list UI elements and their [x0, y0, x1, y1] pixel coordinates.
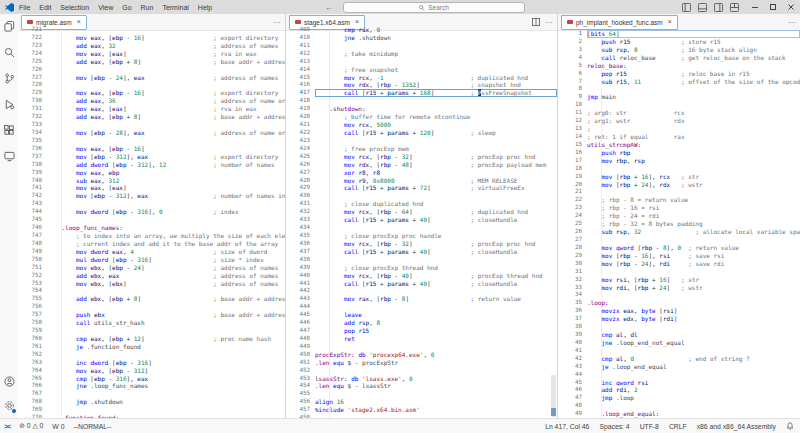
line-content[interactable] — [587, 101, 800, 109]
code-line-37[interactable]: 37 movzx edx, byte [rdi] — [558, 315, 800, 323]
line-content[interactable] — [587, 165, 800, 173]
code-line-416[interactable]: 416 mov rdx, [rbp - 1352] ; snapshot hnd — [286, 81, 557, 89]
line-number[interactable]: 755 — [18, 295, 47, 303]
code-line-413[interactable]: 413 — [286, 58, 557, 66]
code-line-448[interactable]: 448 ret — [286, 335, 557, 343]
line-number[interactable]: 21 — [558, 188, 587, 196]
line-content[interactable] — [47, 351, 285, 359]
line-number[interactable]: 727 — [18, 74, 47, 82]
line-content[interactable]: reloc_base: — [587, 62, 800, 70]
line-number[interactable]: 732 — [18, 113, 47, 121]
code-line-20[interactable]: 20 mov [rbp + 24], rdx ; wstr — [558, 181, 800, 189]
line-number[interactable]: 28 — [558, 244, 587, 252]
code-line-726[interactable]: 726 — [18, 66, 285, 74]
line-content[interactable]: mov eax, [eax] — [47, 184, 285, 192]
code-line-19[interactable]: 19 mov [rbp + 16], rcx ; str — [558, 173, 800, 181]
line-number[interactable]: 729 — [18, 89, 47, 97]
line-number[interactable]: 456 — [286, 398, 315, 406]
code-line-754[interactable]: 754 — [18, 287, 285, 295]
line-content[interactable]: ; close duplicated hnd — [315, 200, 557, 208]
code-line-737[interactable]: 737 mov [ebp - 312], eax ; export direct… — [18, 153, 285, 161]
line-number[interactable]: 746 — [18, 224, 47, 232]
line-content[interactable]: .loop_func_names: — [47, 224, 285, 232]
language-mode[interactable]: x86 and x86_64 Assembly — [697, 423, 776, 430]
menu-selection[interactable]: Selection — [60, 4, 89, 11]
line-content[interactable]: lsassStr: db 'lsass.exe', 0 — [315, 375, 557, 383]
code-line-35[interactable]: 35.loop: — [558, 299, 800, 307]
line-content[interactable]: cmp [ebp - 316], eax — [47, 375, 285, 383]
line-content[interactable]: add rsp, 8 — [315, 319, 557, 327]
code-line-412[interactable]: 412 ; take minidump — [286, 50, 557, 58]
tab-close-icon[interactable]: × — [77, 19, 81, 25]
code-line-32[interactable]: 32 mov rsi, [rbp + 16] ; str — [558, 276, 800, 284]
remote-explorer-icon[interactable] — [0, 146, 18, 166]
search-icon[interactable] — [0, 42, 18, 62]
line-content[interactable]: je .loop_end_equal — [587, 363, 800, 371]
line-content[interactable]: mov eax, [ebp - 16] — [47, 145, 285, 153]
line-content[interactable] — [47, 81, 285, 89]
maximize-button[interactable] — [764, 0, 782, 14]
code-line-428[interactable]: 428 mov r9, 0x8000 ; MEM_RELEASE — [286, 177, 557, 185]
close-button[interactable] — [782, 0, 800, 14]
line-number[interactable]: 417 — [286, 89, 315, 97]
code-line-39[interactable]: 39 cmp al, dl — [558, 331, 800, 339]
line-number[interactable]: 1 — [558, 30, 587, 38]
line-number[interactable]: 40 — [558, 339, 587, 347]
line-number[interactable]: 740 — [18, 177, 47, 185]
line-number[interactable]: 428 — [286, 177, 315, 185]
code-line-438[interactable]: 438 — [286, 256, 557, 264]
code-line-446[interactable]: 446 add rsp, 8 — [286, 319, 557, 327]
line-content[interactable]: ; rbp - 16 = rsi — [587, 204, 800, 212]
line-content[interactable]: jmp main — [587, 93, 800, 101]
line-number[interactable]: 31 — [558, 268, 587, 276]
line-number[interactable]: 721 — [18, 26, 47, 34]
menu-view[interactable]: View — [98, 4, 113, 11]
line-content[interactable]: align 16 — [315, 398, 557, 406]
code-line-757[interactable]: 757 push ebx ; base addr + address — [18, 311, 285, 319]
line-content[interactable]: push r15 ; store r15 — [587, 38, 800, 46]
line-number[interactable]: 9 — [558, 93, 587, 101]
line-content[interactable]: pop r15 — [315, 327, 557, 335]
line-content[interactable]: call [r15 + params + 40] ; closeHandle — [315, 248, 557, 256]
line-number[interactable]: 448 — [286, 335, 315, 343]
code-line-415[interactable]: 415 mov rcx, -1 ; duplicated hnd — [286, 74, 557, 82]
line-number[interactable]: 768 — [18, 398, 47, 406]
line-content[interactable]: mov [ebp - 312], eax ; number of names i… — [47, 192, 285, 200]
toggle-secondary-sidebar-icon[interactable] — [714, 3, 723, 12]
line-number[interactable]: 738 — [18, 161, 47, 169]
line-content[interactable]: mov [rbp - 16], rsi ; save rsi — [587, 252, 800, 260]
line-number[interactable]: 5 — [558, 62, 587, 70]
line-content[interactable]: inc dword [ebp - 316] — [47, 359, 285, 367]
line-content[interactable]: mul dword [ebp - 316] ; size * index — [47, 256, 285, 264]
code-line-17[interactable]: 17 mov rbp, rsp — [558, 157, 800, 165]
extensions-icon[interactable] — [0, 120, 18, 140]
line-content[interactable]: ; rbp - 32 = 8 bytes padding — [587, 220, 800, 228]
code-line-449[interactable]: 449 — [286, 343, 557, 351]
line-number[interactable]: 431 — [286, 200, 315, 208]
line-content[interactable]: mov rdi, [rbp + 24] ; wstr — [587, 284, 800, 292]
code-line-29[interactable]: 29 mov [rbp - 16], rsi ; save rsi — [558, 252, 800, 260]
line-number[interactable]: 728 — [18, 81, 47, 89]
line-content[interactable]: ; buffer time for remote ntcontinue — [315, 113, 557, 121]
code-line-40[interactable]: 40 jne .loop_end_not_equal — [558, 339, 800, 347]
line-number[interactable]: 763 — [18, 359, 47, 367]
code-line-411[interactable]: 411 — [286, 42, 557, 50]
line-number[interactable]: 435 — [286, 232, 315, 240]
line-number[interactable]: 430 — [286, 192, 315, 200]
line-content[interactable]: call [r15 + params + 168] ; PssFreeSnaps… — [315, 89, 557, 97]
code-line-10[interactable]: 10 — [558, 101, 800, 109]
line-content[interactable] — [315, 97, 557, 105]
indentation[interactable]: Spaces: 4 — [599, 423, 629, 430]
settings-gear-icon[interactable] — [0, 395, 18, 415]
line-content[interactable]: add eax, [ebp + 8] ; base addr + address… — [47, 113, 285, 121]
line-content[interactable]: call [r15 + params + 40] ; closeHandle — [315, 216, 557, 224]
line-number[interactable]: 13 — [558, 125, 587, 133]
line-content[interactable]: .len equ $ - lsassStr — [315, 382, 557, 390]
code-line-440[interactable]: 440 mov rcx, [rbp - 40] ; procExp thread… — [286, 272, 557, 280]
code-line-739[interactable]: 739 mov eax, ebp — [18, 169, 285, 177]
code-line-743[interactable]: 743 — [18, 200, 285, 208]
line-number[interactable]: 27 — [558, 236, 587, 244]
code-line-422[interactable]: 422 call [r15 + params + 120] ; sleep — [286, 129, 557, 137]
code-line-441[interactable]: 441 call [r15 + params + 40] ; closeHand… — [286, 280, 557, 288]
line-content[interactable]: ; free snapshot — [315, 66, 557, 74]
